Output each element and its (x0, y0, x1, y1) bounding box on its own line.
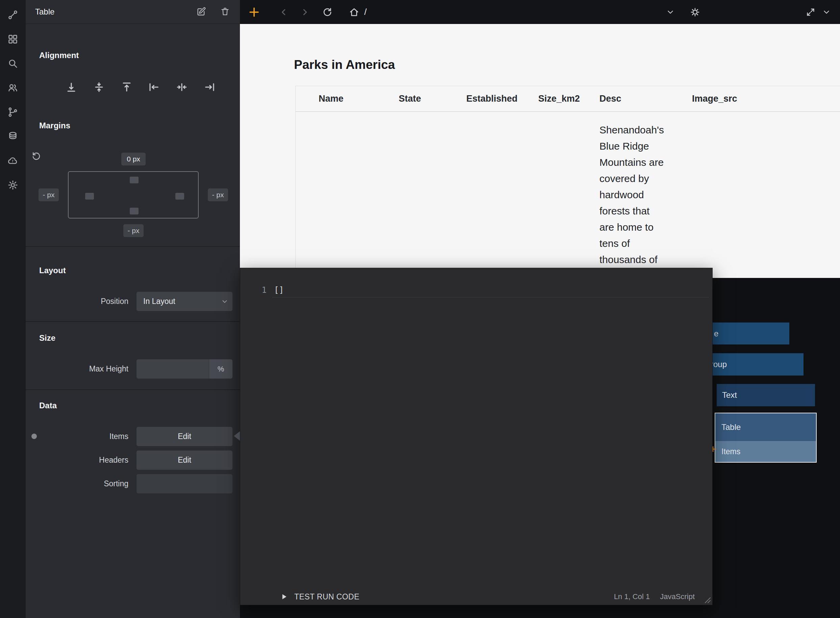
section-divider (26, 246, 240, 247)
margins-section-label: Margins (39, 121, 70, 130)
table-header-row: Name State Established Size_km2 Desc Ima… (296, 86, 840, 112)
tree-item-table[interactable]: Table (715, 413, 816, 441)
tree-item-label: Table (721, 422, 741, 432)
max-height-input[interactable] (137, 360, 209, 379)
cloud-function-icon[interactable]: f (0, 149, 26, 173)
headers-label: Headers (26, 450, 128, 470)
position-select[interactable]: In Layout (137, 292, 232, 311)
editor-popover-arrow (234, 431, 240, 441)
margin-top-value[interactable]: 0 px (121, 153, 146, 165)
database-icon[interactable] (0, 124, 26, 149)
position-select-value: In Layout (143, 297, 175, 306)
items-edit-button[interactable]: Edit (137, 427, 232, 446)
tree-item-label: roup (713, 360, 727, 369)
logo-icon[interactable] (0, 3, 26, 27)
align-right-icon[interactable] (201, 79, 217, 95)
table-header-cell: Desc (599, 94, 621, 104)
editor-line-underline (272, 297, 709, 297)
selected-component-title: Table (35, 7, 54, 16)
table-header-cell: State (399, 94, 421, 104)
margin-box-diagram (68, 171, 199, 218)
page-path[interactable]: / (364, 0, 366, 24)
align-left-icon[interactable] (146, 79, 162, 95)
margin-right-value[interactable]: - px (208, 189, 228, 201)
margin-left-handle[interactable] (85, 193, 94, 200)
table-header-cell: Established (466, 94, 518, 104)
data-section-label: Data (39, 401, 57, 410)
code-editor-area[interactable] (272, 298, 709, 588)
margin-left-value[interactable]: - px (39, 189, 59, 201)
code-editor-popover: 1 [] TEST RUN CODE Ln 1, Col 1 JavaScrip… (240, 268, 713, 605)
tree-item-items[interactable]: Items (715, 441, 816, 462)
sorting-input[interactable] (137, 474, 232, 493)
inspector-panel: Table Alignment (26, 0, 240, 618)
git-branch-icon[interactable] (0, 100, 26, 124)
editor-line-number: 1 (256, 283, 267, 297)
align-bottom-icon[interactable] (63, 79, 79, 95)
tree-item[interactable]: e (713, 322, 789, 345)
app-root: f Table Alignment (0, 0, 840, 618)
editor-language: JavaScript (660, 592, 695, 601)
expand-icon[interactable] (803, 0, 819, 24)
home-icon[interactable] (346, 0, 362, 24)
section-divider (26, 321, 240, 322)
align-center-horizontal-icon[interactable] (174, 79, 190, 95)
margin-top-handle[interactable] (130, 177, 139, 183)
add-icon[interactable] (246, 0, 262, 24)
reset-margins-icon[interactable] (31, 151, 43, 162)
top-toolbar: / (240, 0, 840, 24)
app-canvas: Parks in America Name State Established … (240, 24, 840, 278)
play-icon (279, 592, 288, 601)
nav-forward-icon[interactable] (297, 0, 313, 24)
settings-gear-icon[interactable] (0, 173, 26, 197)
layout-section-label: Layout (39, 266, 66, 275)
margin-bottom-handle[interactable] (130, 208, 139, 214)
items-label: Items (26, 427, 128, 446)
trash-icon[interactable] (220, 7, 231, 17)
table-header-cell: Image_src (692, 94, 737, 104)
chevron-down-icon (221, 298, 228, 305)
editor-bottom-bar: TEST RUN CODE Ln 1, Col 1 JavaScript (240, 588, 712, 605)
max-height-label: Max Height (26, 360, 128, 379)
preview-chevron-down-icon[interactable] (818, 0, 835, 24)
inspector-header: Table (26, 0, 240, 24)
align-top-icon[interactable] (119, 79, 135, 95)
rename-icon[interactable] (197, 7, 207, 17)
canvas-page-title[interactable]: Parks in America (294, 57, 395, 73)
tree-item-text[interactable]: Text (717, 384, 815, 406)
tree-item-label: e (714, 329, 718, 339)
margin-right-handle[interactable] (175, 193, 184, 200)
align-middle-vertical-icon[interactable] (91, 79, 107, 95)
alignment-controls (63, 79, 217, 95)
tree-item-label: Text (722, 391, 737, 400)
sorting-label: Sorting (26, 474, 128, 493)
pages-chevron-down-icon[interactable] (662, 0, 679, 24)
tree-item-label: Items (721, 447, 740, 456)
tree-item[interactable]: roup (713, 353, 804, 376)
nav-back-icon[interactable] (276, 0, 292, 24)
svg-text:f: f (12, 159, 14, 163)
left-icon-rail: f (0, 0, 26, 618)
canvas-table-component[interactable]: Name State Established Size_km2 Desc Ima… (295, 86, 840, 275)
max-height-unit: % (209, 360, 232, 379)
editor-cursor-position: Ln 1, Col 1 (614, 592, 650, 601)
tree-item-table-selected[interactable]: Table Items (715, 413, 817, 463)
alignment-section-label: Alignment (39, 51, 79, 60)
margin-bottom-value[interactable]: - px (123, 224, 144, 237)
table-desc-cell: Shenandoah's Blue Ridge Mountains are co… (599, 122, 688, 268)
search-icon[interactable] (0, 51, 26, 76)
refresh-icon[interactable] (319, 0, 335, 24)
apps-grid-icon[interactable] (0, 27, 26, 51)
headers-edit-button[interactable]: Edit (137, 450, 232, 470)
editor-resize-handle[interactable] (703, 596, 712, 604)
editor-code-line[interactable]: [] (274, 283, 284, 297)
section-divider (26, 389, 240, 390)
users-icon[interactable] (0, 76, 26, 100)
position-label: Position (26, 292, 128, 311)
debug-icon[interactable] (687, 0, 703, 24)
test-run-code-button[interactable]: TEST RUN CODE (279, 592, 359, 602)
size-section-label: Size (39, 333, 55, 343)
table-header-cell: Name (319, 94, 344, 104)
table-header-cell: Size_km2 (538, 94, 580, 104)
test-run-code-label: TEST RUN CODE (294, 592, 359, 602)
